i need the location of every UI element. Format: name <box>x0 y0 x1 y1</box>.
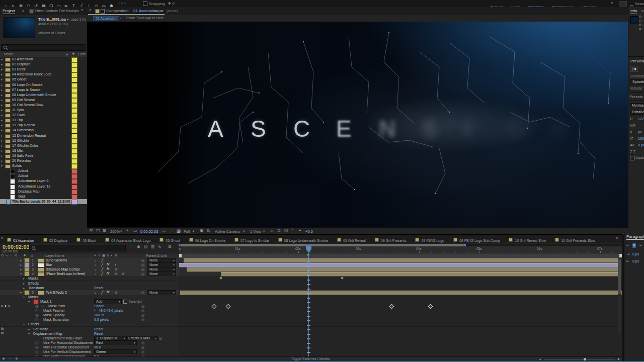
zoom-caret-icon[interactable]: ▾ <box>120 230 122 233</box>
label-color-chip[interactable] <box>71 200 77 205</box>
character-property-row[interactable]: T T <box>630 149 644 155</box>
property-value[interactable]: 100 % <box>94 313 104 317</box>
layer-twirl-icon[interactable]: ▸ <box>20 267 22 271</box>
property-pickwhip-icon[interactable]: ◎ <box>141 350 144 354</box>
group-label[interactable]: Effects <box>28 282 39 285</box>
character-property-value[interactable]: 100 % <box>638 137 644 140</box>
layer-twirl-icon[interactable]: ▸ <box>20 263 22 266</box>
exposure-value[interactable]: +0.0 <box>305 229 313 234</box>
zoom-in-mountain-icon[interactable]: ▲ <box>617 357 620 360</box>
align-right-icon[interactable]: ≡ <box>639 243 642 247</box>
guides-icon[interactable]: ⊞ <box>103 229 106 233</box>
project-item[interactable]: Adjustment Layer 12 <box>0 184 87 189</box>
parent-pickwhip-icon[interactable]: ◎ <box>141 291 144 295</box>
pixel-aspect-icon[interactable]: ⌓ <box>270 229 273 233</box>
reset-link[interactable]: Reset <box>94 286 103 290</box>
property-pickwhip-icon[interactable]: ◎ <box>141 341 144 345</box>
twirl-icon[interactable]: ▸ <box>1 103 3 107</box>
twirl-icon[interactable]: ▸ <box>1 72 3 76</box>
frame-blending-icon[interactable]: ▥ <box>151 245 155 249</box>
parent-pickwhip-icon[interactable]: ◎ <box>141 267 144 272</box>
snapping-checkbox[interactable] <box>143 2 147 6</box>
tab-paragraph[interactable]: Paragraph <box>626 234 644 240</box>
layer-switch-icon[interactable]: ⊘ <box>115 267 118 272</box>
twirl-icon[interactable]: ▸ <box>1 144 3 147</box>
twirl-icon[interactable]: ▸ <box>1 113 3 117</box>
column-comment[interactable]: Com <box>78 52 86 56</box>
left-tabs-overflow-chevron[interactable]: » <box>81 8 83 12</box>
property-label[interactable]: Mask Feather <box>43 309 93 312</box>
property-label[interactable]: Use For Vertical Displacement <box>43 350 93 353</box>
indent-left-value[interactable]: 0 px <box>632 252 639 256</box>
timeline-right-pane[interactable]: :00s01s02s03s04s05s06s07s <box>179 243 622 356</box>
collapse-switch-icon[interactable]: ▵ <box>95 258 96 262</box>
twirl-icon[interactable]: ▸ <box>1 134 3 137</box>
first-frame-button[interactable]: |◀ <box>630 66 638 72</box>
project-item[interactable]: ▸10 Grit Reveal Slow <box>0 103 87 108</box>
property-pickwhip-icon[interactable]: ◎ <box>141 318 144 322</box>
prev-keyframe-icon[interactable]: ◀ <box>1 304 3 307</box>
column-name[interactable]: Name <box>4 52 14 56</box>
transparency-toggle-icon[interactable]: ⊠ <box>168 245 172 249</box>
quality-switch-icon[interactable]: ╱ <box>101 267 103 272</box>
layer-duration-bar[interactable] <box>179 263 621 267</box>
character-property-row[interactable]: ≡px <box>630 130 644 136</box>
property-pickwhip-icon[interactable]: ◎ <box>141 309 144 313</box>
effect-label[interactable]: Displacement Map <box>33 332 62 335</box>
viewer-timecode[interactable]: 0:00:02:03 <box>140 229 158 234</box>
twirl-icon[interactable]: ▸ <box>1 154 3 157</box>
breadcrumb-comp[interactable]: 01 Ascension <box>93 16 119 21</box>
live-update-icon[interactable]: ◉ <box>137 245 140 249</box>
timeline-search-field[interactable] <box>29 245 126 251</box>
font-style-select[interactable]: ExtraBold <box>630 110 644 115</box>
character-property-row[interactable]: IT100 % <box>630 136 644 142</box>
stopwatch-icon[interactable]: ◷ <box>35 309 38 313</box>
layer-duration-bar[interactable] <box>184 258 621 263</box>
tab-layer[interactable]: Layer <box>153 9 164 13</box>
resolution-caret-icon[interactable]: ▾ <box>193 230 194 233</box>
collapse-switch-icon[interactable]: ▵ <box>95 291 96 294</box>
quality-switch-icon[interactable]: ╱ <box>101 263 103 267</box>
property-pickwhip-icon[interactable]: ◎ <box>159 336 162 340</box>
ruler-icon[interactable]: ⌖ <box>126 229 129 233</box>
twirl-icon[interactable]: ▸ <box>1 118 3 122</box>
property-pickwhip-icon[interactable]: ◎ <box>141 313 144 317</box>
parent-pickwhip-icon[interactable]: ◎ <box>141 272 144 276</box>
project-item[interactable]: ▸06 Logo On Smoke <box>0 82 87 87</box>
project-tab-menu-icon[interactable]: ≡ <box>22 9 24 13</box>
property-row[interactable]: ▸Masks <box>0 276 179 281</box>
tab-effect-controls[interactable]: Effect Controls Title Backgrounds <box>35 9 79 13</box>
project-item[interactable]: ▸13 Trip <box>0 118 87 123</box>
twirl-icon[interactable]: ▸ <box>1 108 3 112</box>
property-value[interactable]: 96.0 <box>94 345 101 349</box>
project-item[interactable]: ▸19 Italic Fade <box>0 153 87 158</box>
font-family-select[interactable]: Montserrat <box>630 103 644 108</box>
project-item[interactable]: Grid <box>0 194 87 199</box>
region-of-interest-icon[interactable]: ▣ <box>200 229 204 233</box>
preview-panel-title[interactable]: Preview <box>630 59 644 63</box>
align-icons[interactable]: ✚ ⊙ <box>168 2 175 5</box>
comp-lock-icon[interactable] <box>101 9 105 14</box>
add-keyframe-icon[interactable]: ◆ <box>5 304 7 307</box>
twirl-icon[interactable]: ▸ <box>1 123 3 127</box>
project-item[interactable]: ▸02 Displace <box>0 62 87 67</box>
quality-switch-icon[interactable]: ╱ <box>101 291 103 295</box>
stopwatch-icon[interactable]: ◷ <box>35 304 38 308</box>
composition-canvas[interactable]: ASCENSION <box>87 22 628 227</box>
project-item[interactable]: ▸01 Ascension∴ <box>0 57 87 62</box>
layer-twirl-icon[interactable]: ▾ <box>20 272 22 276</box>
effects-switch-icon[interactable]: fx <box>107 290 109 294</box>
channels-icon[interactable] <box>177 229 181 233</box>
project-item[interactable]: ▾Solids <box>0 163 87 168</box>
parent-pickwhip-icon[interactable]: ◎ <box>141 258 144 262</box>
workspace-overflow-chevron[interactable]: » <box>611 1 613 5</box>
project-item[interactable]: ▸17 Glitchin Color <box>0 143 87 148</box>
indent-right-value[interactable]: 0 px <box>632 259 639 263</box>
twirl-icon[interactable]: ▾ <box>1 164 3 167</box>
quality-switch-icon[interactable]: ╱ <box>101 272 103 276</box>
project-item[interactable]: ▸14 Dimension <box>0 128 87 133</box>
tab-info[interactable]: Info <box>630 9 637 14</box>
layer-name[interactable]: Text Effects 2 <box>46 291 93 294</box>
twirl-icon[interactable]: ▸ <box>1 93 3 97</box>
twirl-icon[interactable]: ▸ <box>1 83 3 86</box>
